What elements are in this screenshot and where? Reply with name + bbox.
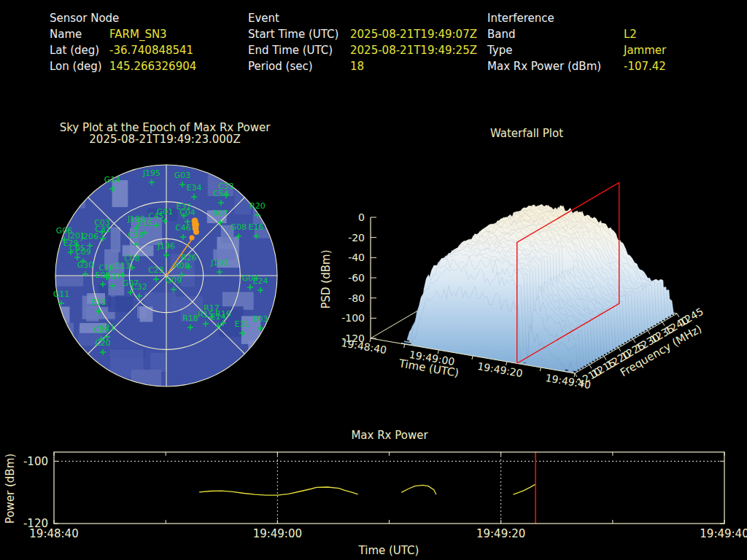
- satellite-label-C23: C23: [148, 265, 164, 275]
- end-time-label: End Time (UTC): [248, 42, 350, 58]
- satellite-marker-G30: [82, 271, 88, 277]
- sky-dome: [55, 165, 277, 386]
- event-plane: [517, 182, 619, 363]
- satellite-marker-C46: [180, 234, 186, 240]
- sky-plot: J195G03G14E34C33C54R20R07E32C04G01C45J19…: [0, 0, 747, 560]
- satellite-marker-E13: [96, 308, 101, 314]
- band-value: L2: [624, 26, 637, 42]
- power-chart-ylabel: Power (dBm): [4, 438, 17, 540]
- satellite-label-G11: G11: [53, 289, 70, 299]
- power-line-segment: [199, 487, 358, 495]
- power-chart-xlabel: Time (UTC): [316, 544, 462, 557]
- end-time-row: End Time (UTC) 2025-08-21T19:49:25Z: [248, 42, 477, 58]
- satellite-label-E32: E32: [177, 202, 192, 211]
- satellite-marker-E31: [239, 330, 245, 336]
- x-tick-label: 19:48:40: [29, 527, 78, 540]
- satellite-marker-J196: [163, 252, 169, 258]
- satellite-marker-E15: [142, 230, 148, 236]
- satellite-label-C31: C31: [95, 225, 111, 234]
- psd-tick-label: -80: [348, 292, 365, 304]
- satellite-marker-C03: [99, 229, 105, 235]
- satellite-marker-G14: [109, 186, 115, 192]
- psd-tick-label: -40: [348, 252, 365, 263]
- psd-tick-label: -100: [341, 312, 365, 324]
- satellite-label-R16: R16: [215, 309, 231, 319]
- satellite-label-J199: J199: [127, 214, 145, 224]
- y-tick-label: -100: [23, 455, 48, 468]
- satellite-label-E34: E34: [187, 183, 202, 192]
- satellite-label-J193: J193: [210, 258, 228, 268]
- event-title: Event: [248, 10, 477, 26]
- power-chart-title: Max Rx Power: [280, 429, 499, 442]
- satellite-label-R17: R17: [204, 303, 220, 313]
- satellite-marker-E16: [253, 233, 259, 239]
- satellite-marker-R16: [220, 320, 226, 326]
- satellite-label-R07: R07: [212, 209, 228, 218]
- floor-back-edges: [371, 279, 677, 338]
- satellite-label-J206: J206: [80, 232, 98, 241]
- satellite-marker-C13: [120, 272, 125, 278]
- period-row: Period (sec) 18: [248, 58, 477, 74]
- satellite-label-G01: G01: [157, 207, 174, 217]
- satellite-label-G30: G30: [77, 260, 94, 270]
- lon-label: Lon (deg): [50, 58, 109, 74]
- satellite-label-E15: E15: [138, 219, 153, 228]
- start-time-value: 2025-08-21T19:49:07Z: [350, 26, 477, 42]
- sensor-node-panel: Sensor Node Name FARM_SN3 Lat (deg) -36.…: [50, 10, 196, 74]
- satellite-marker-E29: [68, 249, 74, 255]
- freq-tick-label: 1210: [575, 365, 603, 389]
- satellite-label-R20: R20: [249, 201, 266, 211]
- satellite-label-J196: J196: [157, 241, 175, 251]
- psd-tick-label: 0: [358, 211, 365, 223]
- power-tick-labels: 19:48:4019:49:0019:49:2019:49:40-100-120: [23, 455, 747, 541]
- satellite-marker-J193: [217, 269, 222, 275]
- satellite-label-C33: C33: [218, 182, 234, 191]
- waterfall-plot: 0-20-40-60-80-100-12019:48:4019:49:0019:…: [0, 0, 747, 560]
- start-time-label: Start Time (UTC): [248, 26, 350, 42]
- sky-heatmap: [44, 160, 279, 401]
- name-value: FARM_SN3: [109, 26, 167, 42]
- band-label: Band: [487, 26, 624, 42]
- satellite-label-R08: R08: [174, 261, 190, 271]
- satellite-marker-G07: [128, 289, 133, 295]
- satellite-marker-E24: [258, 287, 263, 293]
- sky-plot-epoch: 2025-08-21T19:49:23.000Z: [0, 133, 330, 146]
- type-value: Jammer: [624, 42, 666, 58]
- satellite-marker-C31: [100, 236, 106, 241]
- satellite-marker-E07: [110, 283, 116, 289]
- satellite-label-G03: G03: [174, 171, 191, 180]
- satellite-label-E05: E05: [96, 271, 111, 280]
- satellite-marker-E32: [181, 213, 187, 219]
- waterfall-freq-label: Frequency (MHz): [607, 316, 715, 386]
- satellite-marker-R17: [209, 314, 214, 320]
- satellite-label-C32: C32: [131, 282, 147, 292]
- x-tick-label: 19:49:00: [253, 527, 302, 540]
- satellite-marker-E05: [100, 281, 106, 287]
- sky-grid: [55, 165, 277, 386]
- satellite-marker-C23: [153, 276, 159, 282]
- max-rx-power-chart: 19:48:4019:49:0019:49:2019:49:40-100-120: [0, 0, 747, 560]
- psd-tick-label: -20: [348, 232, 365, 244]
- satellites: J195G03G14E34C33C54R20R07E32C04G01C45J19…: [53, 168, 268, 355]
- satellite-label-R15: R15: [198, 310, 214, 319]
- type-label: Type: [487, 42, 624, 58]
- lon-value: 145.266326904: [109, 58, 196, 74]
- satellite-label-R26: R26: [181, 253, 197, 262]
- satellite-marker-G04: [247, 284, 253, 290]
- satellite-marker-R15: [203, 321, 209, 327]
- satellite-label-C54: C54: [213, 189, 229, 198]
- satellite-marker-J195: [149, 179, 155, 185]
- dashboard: Sensor Node Name FARM_SN3 Lat (deg) -36.…: [0, 0, 747, 560]
- satellite-marker-J201: [74, 242, 80, 248]
- satellite-label-C29: C29: [93, 325, 109, 335]
- period-value: 18: [350, 58, 364, 74]
- lat-value: -36.740848541: [109, 42, 193, 58]
- satellite-marker-E34: [191, 194, 197, 200]
- satellite-label-E31: E31: [235, 319, 250, 329]
- name-label: Name: [50, 26, 109, 42]
- satellite-marker-E03: [258, 325, 263, 331]
- satellite-label-G08: G08: [231, 222, 247, 232]
- waterfall-ylabel: PSD (dBm): [320, 228, 333, 330]
- satellite-label-G04: G04: [242, 273, 259, 283]
- waterfall-xlabel: Time (UTC): [377, 354, 480, 384]
